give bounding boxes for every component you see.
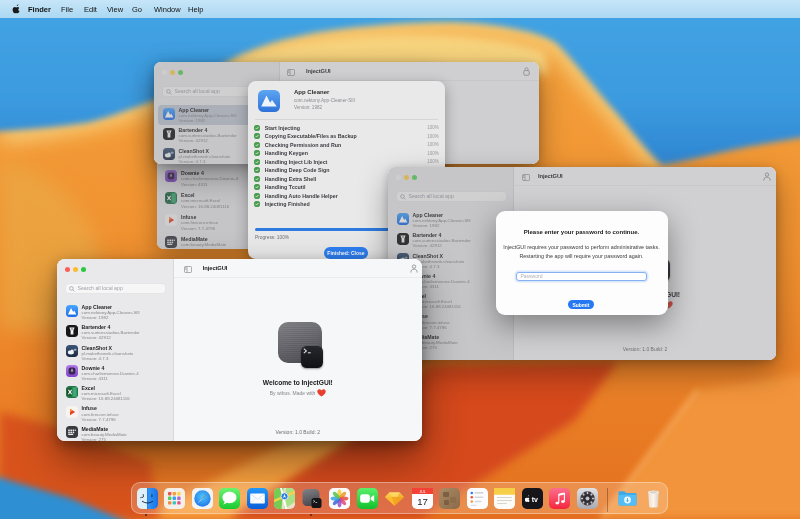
- svg-text:tv: tv: [531, 495, 537, 502]
- svg-text:17: 17: [417, 495, 428, 506]
- svg-text:JUL: JUL: [419, 489, 425, 493]
